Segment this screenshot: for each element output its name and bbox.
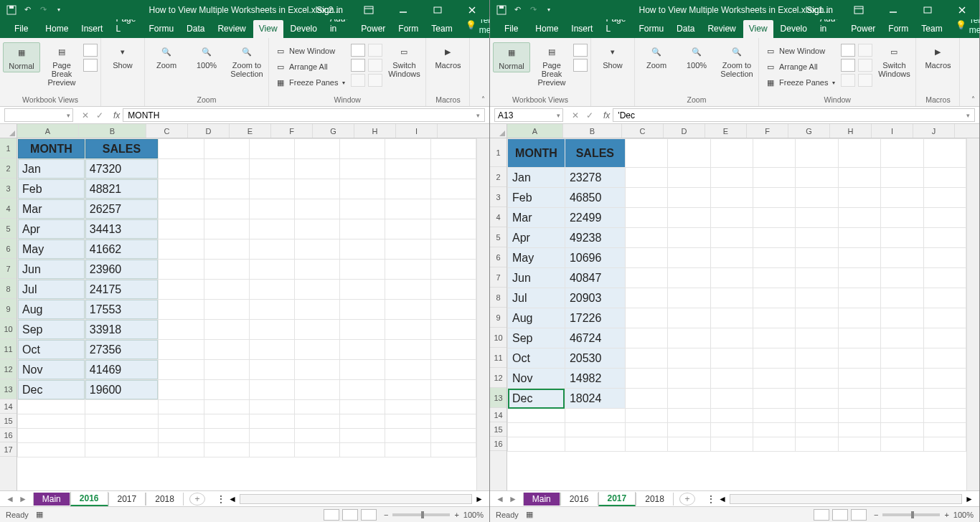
cell-D3[interactable] [204,179,249,199]
cell-C12[interactable] [625,369,667,389]
undo-icon[interactable]: ↶ [512,4,523,16]
col-header-B[interactable]: B [563,124,622,138]
page-break-preview-button[interactable]: ▤Page Break Preview [533,42,570,88]
enter-icon[interactable]: ✓ [583,110,596,120]
cells-table[interactable]: MONTHSALESJan23278Feb46850Mar22499Apr492… [507,138,966,452]
cell-I4[interactable] [430,199,476,219]
row-header-12[interactable]: 12 [0,359,17,379]
cell-C13[interactable] [625,389,667,409]
minimize-button[interactable] [877,0,909,19]
cell-A5[interactable]: Apr [18,219,85,239]
cell-C10[interactable] [159,320,204,340]
cell-F10[interactable] [753,328,796,348]
row-header-9[interactable]: 9 [490,308,507,328]
cell-H5[interactable] [385,219,430,239]
zoom-percent[interactable]: 100% [953,511,974,519]
cell-B13[interactable]: 19600 [85,380,159,400]
row-header-10[interactable]: 10 [0,319,17,339]
cell-J3[interactable] [923,188,966,208]
view-side-icon[interactable] [368,74,382,87]
tab-power[interactable]: Power [845,20,881,38]
cell-H10[interactable] [385,320,430,340]
cell-C6[interactable] [159,239,204,260]
cell-D9[interactable] [204,300,249,320]
cell-G4[interactable] [796,208,838,228]
cell-E6[interactable] [249,239,294,260]
tab-form[interactable]: Form [392,20,424,38]
cell-J11[interactable] [923,348,966,369]
cell-G3[interactable] [796,188,838,208]
cell-H2[interactable] [838,168,880,188]
cell-C13[interactable] [159,380,204,400]
tab-home[interactable]: Home [39,20,74,38]
cell-C10[interactable] [625,328,667,348]
row-header-7[interactable]: 7 [490,267,507,288]
col-header-H[interactable]: H [354,124,396,138]
formula-input[interactable]: 'Dec▾ [613,108,975,122]
cell-I4[interactable] [881,208,923,228]
cell-C11[interactable] [159,340,204,360]
normal-view-button[interactable]: ▦Normal [3,42,40,72]
cell-F6[interactable] [753,248,796,268]
tab-home[interactable]: Home [529,20,564,38]
cell-D7[interactable] [668,268,710,288]
cell-B5[interactable]: 49238 [565,228,625,248]
cell-D5[interactable] [668,228,710,248]
col-header-A[interactable]: A [17,124,79,138]
zoom-slider[interactable] [882,513,940,516]
cell-G13[interactable] [796,389,838,409]
cell-F2[interactable] [753,168,796,188]
tab-view[interactable]: View [743,20,773,38]
cell-I14[interactable] [430,400,476,414]
cell-F7[interactable] [753,268,796,288]
row-header-1[interactable]: 1 [490,138,507,167]
row-header-16[interactable]: 16 [490,437,507,451]
cell-I8[interactable] [430,280,476,300]
cell-A10[interactable]: Sep [18,320,85,340]
switch-windows-button[interactable]: ▭Switch Windows [385,42,423,80]
cell-H3[interactable] [385,179,430,199]
zoom-button[interactable]: 🔍Zoom [148,42,185,71]
add-sheet-button[interactable]: + [679,493,695,506]
cell-I3[interactable] [430,179,476,199]
row-header-11[interactable]: 11 [490,348,507,368]
cell-H8[interactable] [838,288,880,308]
row-header-11[interactable]: 11 [0,339,17,359]
cell-E14[interactable] [710,409,753,423]
cell-H7[interactable] [838,268,880,288]
cell-D14[interactable] [668,409,710,423]
cell-G3[interactable] [340,179,385,199]
cell-C14[interactable] [159,400,204,414]
cell-H13[interactable] [838,389,880,409]
cell-E5[interactable] [249,219,294,239]
cell-H12[interactable] [385,360,430,380]
sheet-tab-2018[interactable]: 2018 [146,493,184,506]
ribbon-options-icon[interactable] [843,0,875,19]
cell-J16[interactable] [923,437,966,452]
cell-H6[interactable] [838,248,880,268]
cell-H11[interactable] [385,340,430,360]
cell-H8[interactable] [385,280,430,300]
arrange-all-button[interactable]: ▭Arrange All [272,60,348,74]
cell-H16[interactable] [838,437,880,452]
cell-F1[interactable] [753,139,796,168]
qat-dropdown-icon[interactable]: ▾ [543,4,555,16]
hide-icon[interactable] [841,59,855,72]
cell-D16[interactable] [204,429,249,443]
cell-D1[interactable] [204,139,249,159]
col-header-D[interactable]: D [664,124,705,138]
cell-E2[interactable] [710,168,753,188]
cell-C16[interactable] [625,437,667,452]
cell-A6[interactable]: May [508,248,565,268]
cell-I15[interactable] [430,414,476,429]
cell-C15[interactable] [625,423,667,437]
cell-A2[interactable]: Jan [18,159,85,179]
cell-F9[interactable] [294,300,339,320]
cell-B6[interactable]: 10696 [565,248,625,268]
tab-insert[interactable]: Insert [565,20,598,38]
qat-dropdown-icon[interactable]: ▾ [53,4,65,16]
cell-B11[interactable]: 27356 [85,340,159,360]
cell-A14[interactable] [508,409,565,423]
cell-H14[interactable] [838,409,880,423]
freeze-panes-button[interactable]: ▦Freeze Panes▾ [762,75,838,90]
